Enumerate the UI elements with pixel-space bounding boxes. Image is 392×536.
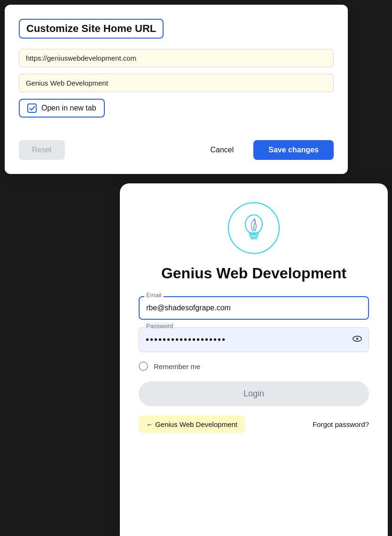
svg-rect-3 (251, 237, 257, 239)
save-button[interactable]: Save changes (253, 140, 334, 160)
email-input[interactable] (139, 296, 369, 320)
customize-url-modal: Customize Site Home URL Open in new tab … (5, 5, 348, 174)
login-button[interactable]: Login (139, 381, 369, 406)
bottom-links: ← Genius Web Development Forgot password… (139, 416, 369, 433)
email-label: Email (144, 292, 164, 299)
email-wrapper: Email (139, 296, 369, 320)
login-panel: Genius Web Development Email Password Re… (120, 183, 388, 536)
logo-circle (228, 202, 280, 254)
remember-me-radio[interactable] (139, 362, 148, 371)
password-label: Password (144, 323, 175, 330)
svg-rect-2 (250, 235, 258, 237)
modal-title: Customize Site Home URL (19, 19, 164, 39)
password-wrapper: Password (139, 327, 369, 352)
forgot-password-link[interactable]: Forgot password? (313, 420, 369, 428)
password-input[interactable] (139, 327, 369, 352)
back-link[interactable]: ← Genius Web Development (139, 416, 245, 433)
lightbulb-icon (237, 209, 270, 247)
show-password-icon[interactable] (352, 333, 362, 346)
reset-button[interactable]: Reset (19, 140, 65, 160)
open-in-new-tab-label[interactable]: Open in new tab (19, 99, 105, 118)
open-in-new-tab-wrapper: Open in new tab (19, 99, 334, 129)
open-in-new-tab-text: Open in new tab (41, 104, 96, 112)
cancel-button[interactable]: Cancel (197, 140, 247, 160)
site-name-input[interactable] (19, 74, 334, 92)
remember-me-row: Remember me (139, 362, 369, 371)
remember-me-label: Remember me (154, 363, 200, 370)
open-in-new-tab-checkbox[interactable] (27, 103, 37, 113)
modal-button-row: Reset Cancel Save changes (19, 140, 334, 160)
svg-point-5 (356, 338, 359, 340)
url-input[interactable] (19, 49, 334, 67)
login-title: Genius Web Development (139, 264, 369, 282)
